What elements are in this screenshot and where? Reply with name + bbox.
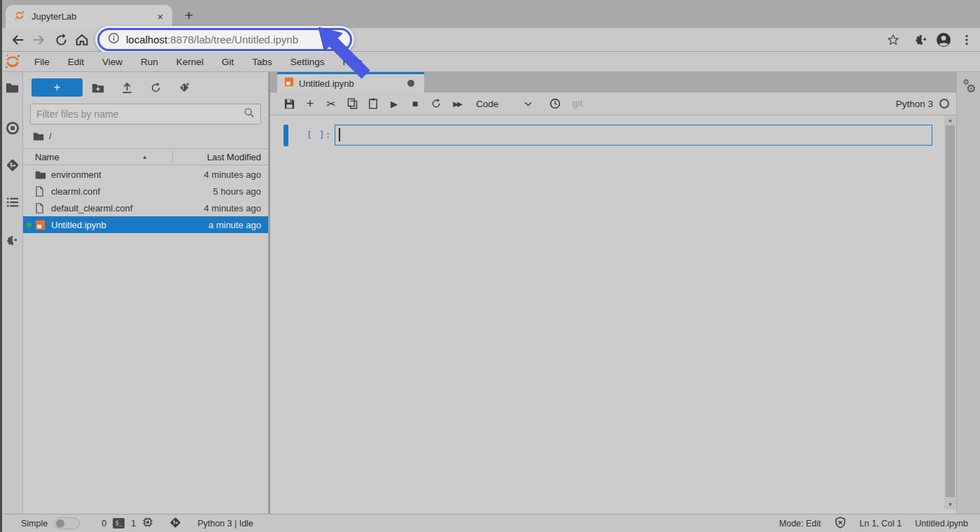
cut-cells-button[interactable]: ✂ xyxy=(321,94,342,113)
menu-edit[interactable]: Edit xyxy=(59,52,93,72)
site-info-icon[interactable] xyxy=(108,32,120,47)
file-list: environment 4 minutes ago clearml.conf 5… xyxy=(23,166,268,233)
folder-icon xyxy=(35,169,47,180)
trust-shield-icon xyxy=(834,517,846,531)
column-header-name[interactable]: Name xyxy=(35,152,59,162)
add-cell-button[interactable]: + xyxy=(300,94,321,113)
command-mode-indicator[interactable]: Mode: Edit xyxy=(779,519,821,528)
jupyter-logo-icon xyxy=(4,53,21,70)
menu-git[interactable]: Git xyxy=(213,52,243,72)
notebook-scrollbar[interactable]: ▲ ▼ xyxy=(944,115,956,509)
active-filename: Untitled.ipynb xyxy=(915,519,968,528)
table-row[interactable]: environment 4 minutes ago xyxy=(23,166,268,183)
notebook-tab[interactable]: Untitled.ipynb xyxy=(277,72,424,92)
dock-tab-bar: Untitled.ipynb xyxy=(270,72,956,92)
text-cursor xyxy=(339,128,340,141)
table-of-contents-tab-icon[interactable] xyxy=(2,190,22,215)
unsaved-changes-dot[interactable] xyxy=(407,80,414,87)
kernel-status-text[interactable]: Python 3 | Idle xyxy=(197,519,253,528)
table-row[interactable]: default_clearml.conf 4 minutes ago xyxy=(23,200,268,216)
menu-file[interactable]: File xyxy=(25,52,59,72)
restart-run-all-button[interactable]: ▶▶ xyxy=(447,94,468,113)
git-status-icon[interactable] xyxy=(169,517,181,531)
file-modified: 4 minutes ago xyxy=(204,169,261,180)
url-bar[interactable]: localhost:8878/lab/tree/Untitled.ipynb xyxy=(97,28,352,51)
sort-ascending-icon: ▲ xyxy=(142,154,148,160)
breadcrumb-root[interactable]: / xyxy=(49,131,52,141)
kernel-name-button[interactable]: Python 3 xyxy=(896,99,933,109)
new-folder-icon[interactable] xyxy=(90,80,106,95)
cursor-position[interactable]: Ln 1, Col 1 xyxy=(860,519,902,528)
close-tab-icon[interactable]: × xyxy=(154,10,167,23)
reload-icon[interactable] xyxy=(52,31,70,49)
scroll-down-icon[interactable]: ▼ xyxy=(944,500,956,509)
search-icon xyxy=(244,107,255,121)
git-toolbar-label[interactable]: git xyxy=(573,99,583,108)
upload-icon[interactable] xyxy=(118,80,135,95)
git-init-icon[interactable] xyxy=(176,80,192,95)
bookmark-star-icon[interactable] xyxy=(884,31,902,49)
restart-kernel-button[interactable] xyxy=(426,94,447,113)
property-inspector-gears-icon[interactable]: ⚙ ⚙ xyxy=(961,78,979,99)
menu-kernel[interactable]: Kernel xyxy=(167,52,213,72)
refresh-file-list-icon[interactable] xyxy=(147,80,164,95)
running-sessions-tab-icon[interactable] xyxy=(2,115,22,141)
status-bar-right: Mode: Edit Ln 1, Col 1 Untitled.ipynb xyxy=(779,517,968,531)
filter-files-input[interactable] xyxy=(36,108,244,120)
kernel-status-icon[interactable] xyxy=(939,99,949,108)
save-button[interactable] xyxy=(279,94,300,113)
filter-files-box xyxy=(30,104,261,125)
extensions-puzzle-icon[interactable] xyxy=(912,31,930,49)
execution-time-clock-icon[interactable] xyxy=(545,94,566,113)
profile-avatar[interactable] xyxy=(934,31,953,49)
browser-tab-strip: JupyterLab × + xyxy=(0,0,980,28)
breadcrumb[interactable]: / xyxy=(33,130,52,142)
url-text: localhost:8878/lab/tree/Untitled.ipynb xyxy=(126,34,298,46)
back-icon[interactable] xyxy=(8,31,27,49)
cell-type-dropdown[interactable]: Code xyxy=(473,99,535,109)
cell-type-value: Code xyxy=(476,99,498,109)
new-launcher-button[interactable]: + xyxy=(31,78,83,97)
scrollbar-thumb[interactable] xyxy=(946,125,955,497)
status-bar-left: Simple 0 $_ 1 Python 3 | Idle xyxy=(21,517,253,531)
browser-tab[interactable]: JupyterLab × xyxy=(6,5,172,28)
file-browser-tab-icon[interactable] xyxy=(2,75,22,100)
menu-run[interactable]: Run xyxy=(132,52,167,72)
scroll-up-icon[interactable]: ▲ xyxy=(944,115,956,125)
forward-icon[interactable] xyxy=(30,31,48,49)
cell-collapser[interactable] xyxy=(284,125,288,146)
home-icon[interactable] xyxy=(73,31,91,49)
browser-tab-title: JupyterLab xyxy=(31,11,154,22)
terminals-count[interactable]: 0 xyxy=(102,519,106,528)
notebook-icon xyxy=(35,219,47,230)
browser-menu-kebab-icon[interactable] xyxy=(958,31,976,49)
notebook-content[interactable]: [ ]: xyxy=(270,115,944,514)
column-header-modified[interactable]: Last Modified xyxy=(207,152,261,162)
file-modified: 4 minutes ago xyxy=(204,203,261,214)
file-icon xyxy=(35,186,47,197)
git-tab-icon[interactable] xyxy=(2,153,22,178)
file-modified: 5 hours ago xyxy=(213,186,261,197)
new-tab-button[interactable]: + xyxy=(179,6,199,24)
menu-view[interactable]: View xyxy=(93,52,132,72)
kernels-count[interactable]: 1 xyxy=(131,519,136,528)
column-divider xyxy=(172,150,173,163)
menu-help[interactable]: Help xyxy=(333,52,371,72)
extension-manager-tab-icon[interactable] xyxy=(2,227,22,253)
table-row-selected[interactable]: Untitled.ipynb a minute ago xyxy=(23,216,268,233)
cell-editor[interactable] xyxy=(335,125,932,146)
paste-cells-button[interactable] xyxy=(363,94,384,113)
simple-mode-toggle[interactable] xyxy=(54,517,80,529)
file-list-header[interactable]: Name ▲ Last Modified xyxy=(23,148,268,165)
run-cell-button[interactable]: ▶ xyxy=(384,94,405,113)
table-row[interactable]: clearml.conf 5 hours ago xyxy=(23,183,268,200)
menu-tabs[interactable]: Tabs xyxy=(243,52,281,72)
interrupt-kernel-button[interactable]: ■ xyxy=(405,94,426,113)
left-sidebar-strip xyxy=(2,72,23,514)
menu-settings[interactable]: Settings xyxy=(281,52,334,72)
file-modified: a minute ago xyxy=(209,220,261,230)
copy-cells-button[interactable] xyxy=(342,94,363,113)
chevron-down-icon xyxy=(524,102,532,106)
right-sidebar-strip: ⚙ ⚙ xyxy=(956,72,980,514)
notebook-tab-title: Untitled.ipynb xyxy=(299,78,402,89)
